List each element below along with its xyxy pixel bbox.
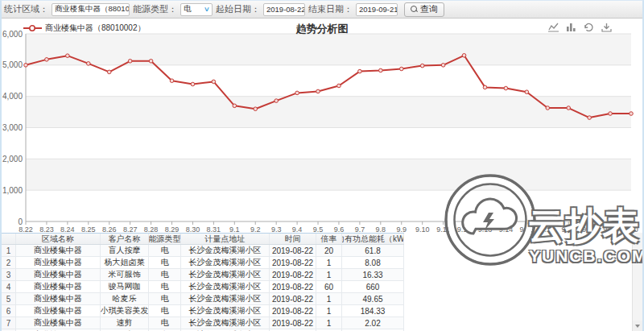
watermark-domain: YUNCB.COM <box>529 246 644 266</box>
table-cell: 2019-08-22 <box>270 281 316 292</box>
table-cell: 16.33 <box>342 269 404 280</box>
x-axis-label: 8.30 <box>186 225 200 233</box>
table-cell: 7 <box>2 317 16 329</box>
table-cell: 1 <box>316 305 342 317</box>
table-cell: 20 <box>316 245 342 256</box>
data-point <box>609 112 613 116</box>
scroll-down-arrow-icon[interactable] <box>633 321 642 331</box>
table-cell: 电 <box>149 245 181 256</box>
data-point <box>546 106 550 110</box>
table-cell: 哈麦乐 <box>101 293 149 304</box>
table-header-cell: 正向有功总能耗（kWh） <box>342 234 404 244</box>
energy-type-select[interactable]: 电 ∨ <box>180 3 213 16</box>
table-cell: 1 <box>316 317 342 329</box>
data-point <box>86 62 90 66</box>
data-point <box>212 80 216 84</box>
table-cell: 5 <box>2 293 16 304</box>
data-point <box>149 59 153 63</box>
data-point <box>504 86 508 90</box>
data-point <box>275 99 279 103</box>
table-cell: 2.02 <box>342 317 404 329</box>
x-axis-label: 9.2 <box>250 225 261 233</box>
table-header-cell: 计量点地址 <box>181 234 270 244</box>
table-row[interactable]: 1商业楼集中器盲人按摩电长沙金茂梅溪湖小区2019-08-222061.8 <box>2 245 404 257</box>
data-point <box>358 69 362 73</box>
table-cell: 1 <box>2 245 16 256</box>
chart-title: 趋势分析图 <box>2 22 642 36</box>
line-chart-icon[interactable] <box>548 23 559 32</box>
x-axis-label: 8.31 <box>207 225 221 233</box>
table-cell: 长沙金茂梅溪湖小区 <box>181 281 270 292</box>
data-point <box>316 89 320 93</box>
x-axis-label: 9.12 <box>457 225 472 233</box>
x-axis-label: 9.3 <box>271 225 282 233</box>
table-cell: 商业楼集中器 <box>16 293 101 304</box>
trend-chart-panel: 01,0002,0003,0004,0005,0006,0008.228.238… <box>2 19 642 233</box>
meter-table: 区域名称客户名称能源类型计量点地址时间倍率正向有功总能耗（kWh） 1商业楼集中… <box>2 233 404 331</box>
start-date-value: 2019-08-22 <box>266 5 305 14</box>
x-axis-label: 8.22 <box>19 225 33 233</box>
table-cell: 电 <box>149 257 181 268</box>
energy-type-label: 能源类型： <box>133 3 177 15</box>
table-row[interactable]: 3商业楼集中器米可服饰电长沙金茂梅溪湖小区2019-08-22116.33 <box>2 269 404 281</box>
x-axis-label: 9.16 <box>541 225 555 233</box>
x-axis-label: 9.8 <box>376 225 386 233</box>
table-cell: 电 <box>149 317 181 329</box>
start-date-input[interactable]: 2019-08-22 <box>263 3 305 16</box>
table-header-cell: 时间 <box>270 234 316 244</box>
data-point <box>45 58 49 62</box>
table-cell: 60 <box>316 281 342 292</box>
table-header-cell <box>2 234 16 244</box>
data-point <box>24 64 28 68</box>
table-cell: 小琪美容美发 <box>101 305 149 317</box>
table-cell: 商业楼集中器 <box>16 317 101 329</box>
bar-chart-icon[interactable] <box>566 23 576 32</box>
table-row[interactable]: 5商业楼集中器哈麦乐电长沙金茂梅溪湖小区2019-08-22149.65 <box>2 293 404 305</box>
restore-icon[interactable] <box>584 23 594 32</box>
x-axis-label: 8.26 <box>102 225 117 233</box>
table-cell: 1 <box>316 269 342 280</box>
data-point <box>233 104 237 108</box>
table-cell: 660 <box>342 281 404 292</box>
x-axis-label: 9.1 <box>229 225 240 233</box>
x-axis-label: 9.5 <box>313 225 324 233</box>
trend-chart: 01,0002,0003,0004,0005,0006,0008.228.238… <box>2 19 644 236</box>
data-point <box>588 116 592 120</box>
table-cell: 骏马网咖 <box>101 281 149 292</box>
table-row[interactable]: 6商业楼集中器小琪美容美发电长沙金茂梅溪湖小区2019-08-221184.33 <box>2 305 404 317</box>
x-axis-label: 9.10 <box>415 225 430 233</box>
table-row[interactable]: 7商业楼集中器速剪电长沙金茂梅溪湖小区2019-08-2212.02 <box>2 317 404 329</box>
table-header-cell: 能源类型 <box>149 234 181 244</box>
data-point <box>462 53 466 57</box>
svg-text:3,000: 3,000 <box>2 123 23 132</box>
table-cell: 商业楼集中器 <box>16 281 101 292</box>
table-cell: 速剪 <box>101 317 149 329</box>
svg-text:4,000: 4,000 <box>2 92 23 101</box>
svg-text:1,000: 1,000 <box>2 186 23 195</box>
data-point <box>441 64 445 68</box>
data-point <box>66 54 70 58</box>
end-date-input[interactable]: 2019-09-21 <box>356 3 398 16</box>
table-cell: 商业楼集中器 <box>16 305 101 317</box>
data-point <box>128 59 132 63</box>
data-point <box>420 64 424 68</box>
x-axis-label: 8.25 <box>81 225 96 233</box>
data-point <box>567 106 571 110</box>
table-cell: 长沙金茂梅溪湖小区 <box>181 245 270 256</box>
data-point <box>107 70 111 74</box>
start-date-label: 起始日期： <box>216 3 260 15</box>
table-row[interactable]: 4商业楼集中器骏马网咖电长沙金茂梅溪湖小区2019-08-2260660 <box>2 281 404 293</box>
x-axis-label: 9.17 <box>561 225 576 233</box>
table-cell: 长沙金茂梅溪湖小区 <box>181 305 270 317</box>
table-cell: 1 <box>316 257 342 268</box>
save-image-icon[interactable] <box>601 23 612 32</box>
data-point <box>525 90 529 94</box>
table-cell: 2019-08-22 <box>270 257 316 268</box>
search-button[interactable]: 查询 <box>404 2 444 17</box>
table-body: 1商业楼集中器盲人按摩电长沙金茂梅溪湖小区2019-08-222061.82商业… <box>2 245 404 331</box>
table-row[interactable]: 2商业楼集中器杨大姐卤菜电长沙金茂梅溪湖小区2019-08-2218.08 <box>2 257 404 269</box>
vertical-scrollbar[interactable] <box>632 233 642 331</box>
table-header-cell: 区域名称 <box>16 234 101 244</box>
stat-area-input[interactable]: 商业楼集中器（88010002） <box>52 3 130 16</box>
x-axis-label: 9.20 <box>624 225 638 233</box>
